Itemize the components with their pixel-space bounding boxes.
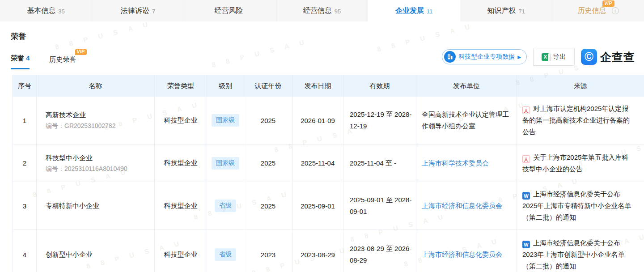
cell-issuer-link[interactable]: 上海市科学技术委员会 (416, 144, 517, 182)
header-source: 来源 (517, 75, 644, 97)
cell-name: 专精特新中小企业 (36, 182, 154, 230)
sub-tab-bar: 荣誉4 历史荣誉 VIP 科技型企业专项数据 ▶ X 导出 (11, 48, 635, 69)
cell-no: 2 (13, 144, 36, 182)
cell-source: 关于上海市2025年第五批入库科技型中小企业的公告 (517, 144, 644, 182)
tab-enterprise-development[interactable]: 企业发展 11 (368, 0, 460, 21)
tech-enterprise-data-button[interactable]: 科技型企业专项数据 ▶ (442, 49, 527, 64)
cell-no: 4 (13, 230, 36, 272)
pdf-icon (522, 106, 530, 114)
cell-cert-year: 2025 (244, 144, 292, 182)
tab-history-info[interactable]: 历史信息 VIP i (552, 0, 644, 21)
subtab-label: 荣誉 (11, 54, 24, 62)
level-badge: 国家级 (212, 157, 239, 170)
source-document-link[interactable]: 上海市经济信息化委关于公布 2023年上海市创新型中小企业名单（第二批）的通知 (522, 237, 634, 272)
info-icon[interactable]: i (612, 7, 619, 14)
tab-label: 经营风险 (214, 6, 243, 16)
qichacha-logo[interactable]: © 企查查 (581, 49, 635, 65)
pdf-icon (522, 155, 530, 163)
table-row: 2 科技型中小企业 编号：2025310116A8010490 科技型企业 国家… (13, 144, 644, 182)
cell-validity: 2025-09-01 至 2028-09-01 (343, 182, 416, 230)
tech-enterprise-data-label: 科技型企业专项数据 (458, 53, 515, 61)
cell-source: 对上海市认定机构2025年认定报备的第一批高新技术企业进行备案的公告 (517, 97, 644, 144)
tab-basic-info[interactable]: 基本信息 35 (0, 0, 92, 21)
tab-count: 35 (58, 8, 64, 15)
action-buttons: 科技型企业专项数据 ▶ X 导出 © 企查查 (442, 48, 635, 69)
cell-source: 上海市经济信息化委关于公布2025年上海市专精特新中小企业名单（第二批）的通知 (517, 182, 644, 230)
level-badge: 国家级 (212, 114, 239, 127)
word-icon (522, 192, 530, 200)
header-validity: 有效期 (343, 75, 416, 97)
table-body: 1 高新技术企业 编号：GR202531002782 科技型企业 国家级 202… (13, 97, 644, 272)
section-title: 荣誉 (11, 31, 644, 42)
export-button[interactable]: X 导出 (533, 48, 575, 66)
building-icon (444, 51, 456, 63)
cell-no: 1 (13, 97, 36, 144)
cell-source: 上海市经济信息化委关于公布 2023年上海市创新型中小企业名单（第二批）的通知 (517, 230, 644, 272)
cell-validity: 2023-08-29 至 2026-08-29 (343, 230, 416, 272)
cell-publish-date: 2026-01-09 (292, 97, 343, 144)
header-no: 序号 (13, 75, 36, 97)
cell-cert-year: 2023 (244, 230, 292, 272)
honor-name: 专精特新中小企业 (46, 200, 99, 211)
tab-label: 基本信息 (27, 6, 55, 16)
cell-issuer-link[interactable]: 上海市经济和信息化委员会 (416, 230, 517, 272)
header-level: 级别 (207, 75, 244, 97)
tab-business-info[interactable]: 经营信息 95 (276, 0, 369, 21)
honor-code: 编号：2025310116A8010490 (46, 163, 127, 174)
tab-label: 历史信息 (578, 7, 606, 14)
tab-business-risk[interactable]: 经营风险 (184, 0, 276, 21)
cell-publish-date: 2023-08-29 (292, 230, 343, 272)
tab-count: 71 (518, 8, 525, 15)
level-badge: 省级 (215, 200, 236, 212)
honor-code: 编号：GR202531002782 (46, 120, 115, 131)
top-tab-bar: 基本信息 35 法律诉讼 7 经营风险 经营信息 95 企业发展 11 知识产权… (0, 0, 644, 21)
subtab-count: 4 (26, 54, 30, 62)
cell-honor-type: 科技型企业 (154, 144, 207, 182)
honor-name: 科技型中小企业 (46, 153, 93, 163)
tab-count: 7 (152, 8, 155, 15)
cell-cert-year: 2025 (244, 182, 292, 230)
tab-intellectual-property[interactable]: 知识产权 71 (460, 0, 552, 21)
subtab-history-honors[interactable]: 历史荣誉 VIP (49, 55, 76, 69)
header-honor-type: 荣誉类型 (154, 75, 207, 97)
table-row: 1 高新技术企业 编号：GR202531002782 科技型企业 国家级 202… (13, 97, 644, 144)
cell-level: 省级 (207, 230, 244, 272)
cell-honor-type: 科技型企业 (154, 230, 207, 272)
source-text: 上海市经济信息化委关于公布 2023年上海市创新型中小企业名单（第二批）的通知 (522, 239, 624, 270)
source-text: 对上海市认定机构2025年认定报备的第一批高新技术企业进行备案的公告 (522, 105, 630, 136)
cell-level: 国家级 (207, 97, 244, 144)
chevron-right-icon: ▶ (517, 55, 521, 60)
excel-icon: X (542, 53, 549, 61)
cell-honor-type: 科技型企业 (154, 97, 207, 144)
tab-label: 经营信息 (303, 6, 332, 16)
cell-cert-year: 2025 (244, 97, 292, 144)
honors-table: 序号 名称 荣誉类型 级别 认证年份 发布日期 有效期 发布单位 来源 1 高新… (13, 75, 644, 272)
cell-publish-date: 2025-09-01 (292, 182, 343, 230)
source-document-link[interactable]: 上海市经济信息化委关于公布2025年上海市专精特新中小企业名单（第二批）的通知 (522, 188, 634, 223)
qichacha-logo-text: 企查查 (600, 50, 635, 64)
source-document-link[interactable]: 对上海市认定机构2025年认定报备的第一批高新技术企业进行备案的公告 (522, 103, 634, 138)
cell-level: 省级 (207, 182, 244, 230)
level-badge: 省级 (215, 248, 236, 261)
subtab-honors[interactable]: 荣誉4 (11, 54, 30, 69)
table-row: 4 创新型中小企业 科技型企业 省级 2023 2023-08-29 2023-… (13, 230, 644, 272)
cell-issuer-link[interactable]: 上海市经济和信息化委员会 (416, 182, 517, 230)
tab-label: 法律诉讼 (121, 6, 149, 16)
cell-validity: 2025-12-19 至 2028-12-19 (343, 97, 416, 144)
honor-section: 荣誉 荣誉4 历史荣誉 VIP 科技型企业专项数据 ▶ X (0, 31, 644, 272)
vip-badge: VIP (75, 49, 87, 55)
honor-name: 高新技术企业 (46, 110, 86, 120)
header-cert-year: 认证年份 (244, 75, 292, 97)
source-document-link[interactable]: 关于上海市2025年第五批入库科技型中小企业的公告 (522, 152, 634, 175)
cell-name: 创新型中小企业 (36, 230, 154, 272)
cell-honor-type: 科技型企业 (154, 182, 207, 230)
tab-legal-litigation[interactable]: 法律诉讼 7 (92, 0, 184, 21)
qichacha-logo-icon: © (581, 49, 597, 65)
table-row: 3 专精特新中小企业 科技型企业 省级 2025 2025-09-01 2025… (13, 182, 644, 230)
header-name: 名称 (36, 75, 154, 97)
cell-no: 3 (13, 182, 36, 230)
cell-name: 科技型中小企业 编号：2025310116A8010490 (36, 144, 154, 182)
cell-name: 高新技术企业 编号：GR202531002782 (36, 97, 154, 144)
source-text: 关于上海市2025年第五批入库科技型中小企业的公告 (522, 153, 628, 173)
export-label: 导出 (553, 53, 566, 61)
